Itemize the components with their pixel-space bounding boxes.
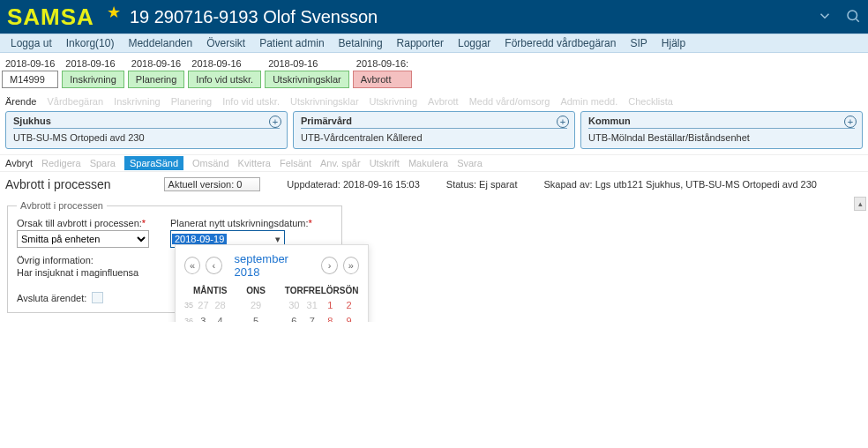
chevron-down-icon[interactable] <box>817 8 833 26</box>
orsak-label: Orsak till avbrott i processen:* <box>17 218 149 228</box>
timeline-date: 2018-09-16: <box>353 58 412 71</box>
main-menu: Logga utInkorg(10)MeddelandenÖversiktPat… <box>0 34 868 53</box>
add-icon[interactable]: + <box>269 116 281 128</box>
menu-item[interactable]: Loggar <box>458 37 490 49</box>
calendar-dow: SÖN <box>340 284 359 297</box>
action-anv. spår: Anv. spår <box>320 158 361 168</box>
timeline-date: 2018-09-16 <box>2 58 58 71</box>
action-felsänt: Felsänt <box>280 158 311 168</box>
action-sparasänd[interactable]: SparaSänd <box>124 156 183 170</box>
calendar-day[interactable]: 30 <box>285 297 303 313</box>
version-select[interactable]: Aktuell version: 0 <box>164 177 261 191</box>
action-bar: AvbrytRedigeraSparaSparaSändOmsändKvitte… <box>0 154 868 172</box>
avsluta-label: Avsluta ärendet: <box>17 293 86 303</box>
page-title: Avbrott i processen <box>5 177 111 191</box>
calendar-title[interactable]: september 2018 <box>228 252 317 279</box>
calendar-dow: ONS <box>227 284 284 297</box>
patient-name: 19 290716-9193 Olof Svensson <box>130 7 378 27</box>
timeline-step[interactable]: Planering <box>128 71 184 88</box>
action-avbryt[interactable]: Avbryt <box>5 158 33 168</box>
svg-point-0 <box>848 11 857 20</box>
section-tab[interactable]: Vårdbegäran <box>47 96 103 107</box>
menu-item[interactable]: Förberedd vårdbegäran <box>505 37 616 49</box>
action-omsänd: Omsänd <box>192 158 229 168</box>
calendar-day[interactable]: 1 <box>321 297 340 313</box>
calendar-day[interactable]: 5 <box>227 313 284 322</box>
orsak-select[interactable]: Smitta på enheten <box>17 230 149 248</box>
calendar-popup: « ‹ september 2018 › » MÅNTISONSTORFRELÖ… <box>175 244 369 322</box>
menu-item[interactable]: Betalning <box>339 37 383 49</box>
calendar-dow: TIS <box>213 284 228 297</box>
menu-item[interactable]: Logga ut <box>11 37 52 49</box>
calendar-day[interactable]: 28 <box>213 297 228 313</box>
actor-card-primarvard: + Primärvård UTB-Vårdcentralen Kållered <box>293 111 575 149</box>
timeline-step[interactable]: Inskrivning <box>62 71 124 88</box>
section-tab[interactable]: Utskrivningsklar <box>290 96 359 107</box>
menu-item[interactable]: Översikt <box>206 37 245 49</box>
menu-item[interactable]: Hjälp <box>662 37 685 49</box>
section-tab[interactable]: Avbrott <box>428 96 459 107</box>
section-tab[interactable]: Checklista <box>628 96 673 107</box>
cal-prev-icon[interactable]: ‹ <box>206 257 221 274</box>
calendar-day[interactable]: 7 <box>303 313 321 322</box>
plan-date-label: Planerat nytt utskrivningsdatum:* <box>170 218 312 228</box>
calendar-day[interactable]: 31 <box>303 297 321 313</box>
actor-card-sjukhus: + Sjukhus UTB-SU-MS Ortopedi avd 230 <box>5 111 288 149</box>
calendar-dow: MÅN <box>193 284 213 297</box>
timeline-step[interactable]: Avbrott <box>353 71 412 88</box>
cal-last-icon[interactable]: » <box>343 257 359 274</box>
avsluta-checkbox[interactable] <box>92 292 103 303</box>
calendar-day[interactable]: 6 <box>285 313 303 322</box>
timeline-step[interactable]: Info vid utskr. <box>188 71 261 88</box>
cal-first-icon[interactable]: « <box>184 257 200 274</box>
add-icon[interactable]: + <box>557 116 569 128</box>
section-tab[interactable]: Medd vård/omsorg <box>469 96 550 107</box>
section-tab[interactable]: Planering <box>171 96 212 107</box>
section-tab[interactable]: Admin medd. <box>560 96 617 107</box>
timeline-date: 2018-09-16 <box>128 58 184 71</box>
timeline: 2018-09-16M149992018-09-16Inskrivning201… <box>0 53 868 92</box>
section-tab[interactable]: Ärende <box>5 96 36 107</box>
timeline-step[interactable]: M14999 <box>2 71 58 88</box>
menu-item[interactable]: Meddelanden <box>128 37 192 49</box>
actor-value: UTB-Vårdcentralen Kållered <box>301 132 567 143</box>
action-makulera: Makulera <box>408 158 448 168</box>
search-icon[interactable] <box>845 8 861 26</box>
favorite-star-icon[interactable]: ★ <box>107 3 121 22</box>
calendar-day[interactable]: 27 <box>193 297 213 313</box>
scroll-up-icon[interactable]: ▴ <box>854 197 866 211</box>
action-kvittera: Kvittera <box>238 158 271 168</box>
menu-item[interactable]: SIP <box>630 37 647 49</box>
updated-text: Uppdaterad: 2018-09-16 15:03 <box>287 179 419 190</box>
calendar-day[interactable]: 3 <box>193 313 213 322</box>
section-tab[interactable]: Utskrivning <box>370 96 417 107</box>
svg-line-1 <box>856 19 858 21</box>
status-text: Status: Ej sparat <box>446 179 518 190</box>
cal-next-icon[interactable]: › <box>321 257 337 274</box>
actor-value: UTB-Mölndal Beställar/Biståndsenhet <box>588 132 855 143</box>
calendar-day[interactable]: 9 <box>340 313 359 322</box>
timeline-date: 2018-09-16 <box>188 58 261 71</box>
action-spara: Spara <box>90 158 116 168</box>
actor-title: Kommun <box>588 116 855 129</box>
add-icon[interactable]: + <box>844 116 857 128</box>
calendar-dow: TOR <box>285 284 303 297</box>
menu-item[interactable]: Inkorg(10) <box>66 37 115 49</box>
calendar-day[interactable]: 4 <box>213 313 228 322</box>
action-utskrift: Utskrift <box>370 158 400 168</box>
calendar-day[interactable]: 29 <box>227 297 284 313</box>
actor-title: Sjukhus <box>13 116 280 129</box>
section-tab[interactable]: Info vid utskr. <box>222 96 280 107</box>
fieldset-legend: Avbrott i processen <box>17 200 107 211</box>
calendar-day[interactable]: 8 <box>321 313 340 322</box>
calendar-day[interactable]: 2 <box>340 297 359 313</box>
actor-value: UTB-SU-MS Ortopedi avd 230 <box>13 132 280 143</box>
section-tab[interactable]: Inskrivning <box>114 96 161 107</box>
menu-item[interactable]: Patient admin <box>259 37 324 49</box>
calendar-week: 35 <box>184 297 193 313</box>
timeline-step[interactable]: Utskrivningsklar <box>265 71 349 88</box>
menu-item[interactable]: Rapporter <box>397 37 444 49</box>
calendar-week: 36 <box>184 313 193 322</box>
action-svara: Svara <box>457 158 483 168</box>
chevron-down-icon[interactable]: ▾ <box>272 234 284 245</box>
